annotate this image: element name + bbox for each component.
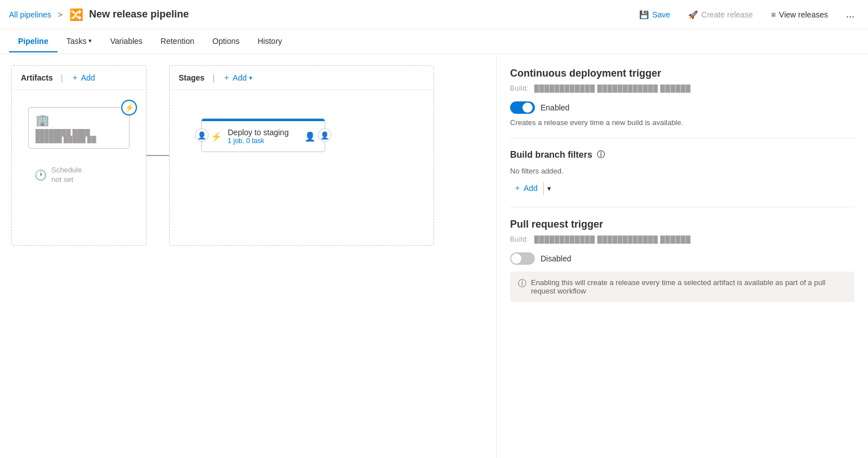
list-icon: ≡ xyxy=(771,10,776,19)
cd-trigger-section: Continuous deployment trigger Build: ███… xyxy=(510,68,854,127)
add-filter-row: ＋ Add ▾ xyxy=(510,181,854,195)
tab-tasks[interactable]: Tasks ▾ xyxy=(57,31,101,52)
artifact-type-icon: 🏢 xyxy=(36,113,122,127)
save-button[interactable]: 💾 Save xyxy=(635,8,675,21)
tab-retention[interactable]: Retention xyxy=(152,31,203,52)
tab-variables[interactable]: Variables xyxy=(101,31,151,52)
stage-card[interactable]: 👤 ⚡ Deploy to staging 1 job, 0 task 👤 👤 xyxy=(201,118,325,152)
branch-filters-section: Build branch filters ⓘ No filters added.… xyxy=(510,150,854,195)
stage-name: Deploy to staging xyxy=(228,128,299,137)
pipeline-flow: Artifacts | ＋ Add ⚡ 🏢 ████████ ███ xyxy=(11,65,485,246)
artifact-card[interactable]: ⚡ 🏢 ████████ ████ ██████ █████ ██ xyxy=(28,107,130,149)
stage-area: 👤 ⚡ Deploy to staging 1 job, 0 task 👤 👤 xyxy=(170,90,433,180)
pr-info-box: ⓘ Enabling this will create a release ev… xyxy=(510,272,854,302)
connector-line xyxy=(147,155,169,156)
breadcrumb-separator: > xyxy=(58,10,63,19)
more-options-button[interactable]: ... xyxy=(842,6,859,23)
separator: | xyxy=(61,73,63,82)
stage-meta[interactable]: 1 job, 0 task xyxy=(228,137,299,145)
stage-lightning-icon: ⚡ xyxy=(211,131,222,142)
artifact-area: ⚡ 🏢 ████████ ████ ██████ █████ ██ 🕐 Sc xyxy=(12,90,146,196)
divider-2 xyxy=(510,207,854,207)
post-deployment-person[interactable]: 👤 xyxy=(318,128,331,142)
tab-options[interactable]: Options xyxy=(203,31,249,52)
page-title: New release pipeline xyxy=(89,8,189,20)
cd-build-value: ████████████ ████████████ ██████ xyxy=(534,85,691,92)
add-filter-button[interactable]: ＋ Add xyxy=(510,181,541,195)
tab-pipeline[interactable]: Pipeline xyxy=(9,31,57,52)
pr-info-icon: ⓘ xyxy=(518,278,526,289)
filter-dropdown-button[interactable]: ▾ xyxy=(543,182,555,195)
pr-toggle-row: Disabled xyxy=(510,252,854,265)
artifact-line1: ████████ ████ xyxy=(36,129,122,136)
schedule-box[interactable]: 🕐 Schedulenot set xyxy=(26,160,137,190)
chevron-down-icon: ▾ xyxy=(88,37,92,45)
add-stage-button[interactable]: ＋ Add ▾ xyxy=(223,73,253,83)
stage-person-icon: 👤 xyxy=(304,131,316,142)
stages-label: Stages xyxy=(179,73,205,82)
tab-history[interactable]: History xyxy=(249,31,291,52)
chevron-down-icon: ▾ xyxy=(547,184,551,193)
stages-section: Stages | ＋ Add ▾ 👤 ⚡ xyxy=(169,65,434,246)
cd-build-label: Build: ████████████ ████████████ ██████ xyxy=(510,84,854,92)
trigger-badge[interactable]: ⚡ xyxy=(121,100,137,115)
artifacts-section: Artifacts | ＋ Add ⚡ 🏢 ████████ ███ xyxy=(11,65,147,246)
artifacts-label: Artifacts xyxy=(21,73,53,82)
artifact-line2: ██████ █████ ██ xyxy=(36,136,122,143)
plus-icon: ＋ xyxy=(223,73,231,83)
main-content: Artifacts | ＋ Add ⚡ 🏢 ████████ ███ xyxy=(0,54,868,458)
pr-build-value: ████████████ ████████████ ██████ xyxy=(534,235,691,243)
schedule-label: Schedulenot set xyxy=(51,166,82,185)
save-icon: 💾 xyxy=(639,10,649,19)
header-right: 💾 Save 🚀 Create release ≡ View releases … xyxy=(635,6,859,23)
artifacts-header: Artifacts | ＋ Add xyxy=(12,66,146,90)
pr-build-label: Build: ████████████ ████████████ ██████ xyxy=(510,235,854,243)
right-panel: Continuous deployment trigger Build: ███… xyxy=(496,54,868,458)
header-left: All pipelines > 🔀 New release pipeline xyxy=(9,8,189,21)
divider-1 xyxy=(510,138,854,139)
plus-icon: ＋ xyxy=(513,183,521,193)
branch-filters-title: Build branch filters ⓘ xyxy=(510,150,854,160)
cd-toggle-label: Enabled xyxy=(541,103,569,112)
header: All pipelines > 🔀 New release pipeline 💾… xyxy=(0,0,868,29)
add-artifact-button[interactable]: ＋ Add xyxy=(71,73,95,83)
pr-toggle[interactable] xyxy=(510,252,535,265)
nav-tabs: Pipeline Tasks ▾ Variables Retention Opt… xyxy=(0,29,868,54)
pr-trigger-title: Pull request trigger xyxy=(510,219,854,230)
chevron-down-icon: ▾ xyxy=(249,74,253,82)
cd-toggle[interactable] xyxy=(510,101,535,114)
toggle-thumb xyxy=(522,103,533,113)
cd-trigger-title: Continuous deployment trigger xyxy=(510,68,854,79)
stage-card-body: ⚡ Deploy to staging 1 job, 0 task 👤 xyxy=(202,121,325,152)
pipeline-icon: 🔀 xyxy=(69,8,83,21)
pr-info-text: Enabling this will create a release ever… xyxy=(531,278,847,295)
no-filters-label: No filters added. xyxy=(510,167,854,175)
info-icon[interactable]: ⓘ xyxy=(597,150,605,160)
stages-header: Stages | ＋ Add ▾ xyxy=(170,66,433,90)
pre-deployment-person[interactable]: 👤 xyxy=(195,128,209,142)
plus-icon: ＋ xyxy=(71,73,79,83)
cd-toggle-row: Enabled xyxy=(510,101,854,114)
stage-info: Deploy to staging 1 job, 0 task xyxy=(228,128,299,145)
pipeline-canvas: Artifacts | ＋ Add ⚡ 🏢 ████████ ███ xyxy=(0,54,496,458)
create-release-button[interactable]: 🚀 Create release xyxy=(684,8,758,21)
separator: | xyxy=(212,73,215,82)
view-releases-button[interactable]: ≡ View releases xyxy=(767,8,832,21)
pr-trigger-section: Pull request trigger Build: ████████████… xyxy=(510,219,854,302)
clock-icon: 🕐 xyxy=(34,169,47,181)
artifact-card-inner: 🏢 ████████ ████ ██████ █████ ██ xyxy=(29,108,129,148)
pr-toggle-label: Disabled xyxy=(541,254,571,263)
artifact-name: ████████ ████ ██████ █████ ██ xyxy=(36,129,122,143)
cd-toggle-desc: Creates a release every time a new build… xyxy=(510,118,854,127)
toggle-thumb xyxy=(511,254,521,264)
rocket-icon: 🚀 xyxy=(688,10,698,19)
breadcrumb-link[interactable]: All pipelines xyxy=(9,10,51,19)
